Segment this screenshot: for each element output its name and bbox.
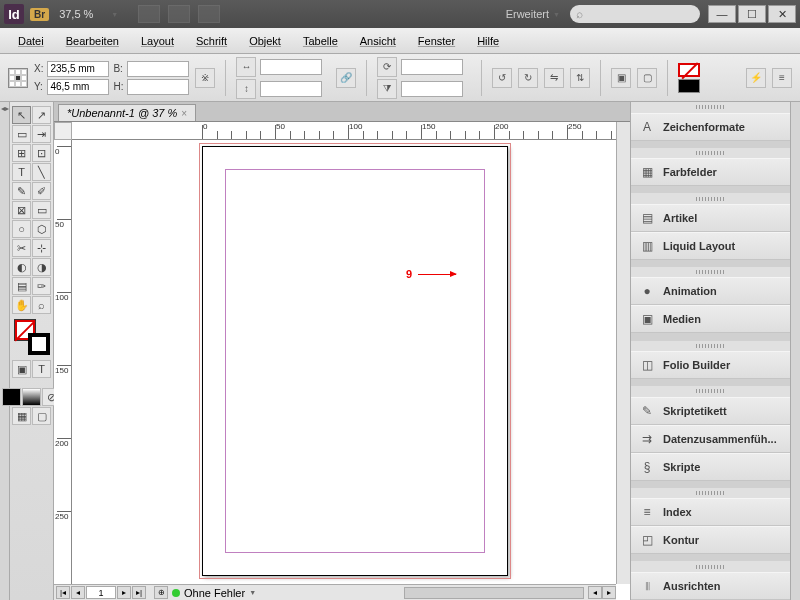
formatting-container-icon[interactable]: ▣ [12,360,31,378]
screen-mode-icon[interactable] [168,5,190,23]
tab-close-icon[interactable]: × [181,108,187,119]
minimize-button[interactable]: — [708,5,736,23]
preflight-status-icon[interactable] [172,589,180,597]
panel-liquid-layout[interactable]: ▥Liquid Layout [631,232,790,260]
scale-y-icon[interactable]: ↕ [236,79,256,99]
ruler-origin[interactable] [54,122,72,140]
zoom-tool[interactable]: ⌕ [32,296,51,314]
select-container-icon[interactable]: ▣ [611,68,631,88]
panel-farbfelder[interactable]: ▦Farbfelder [631,158,790,186]
ellipse-tool[interactable]: ○ [12,220,31,238]
last-page-button[interactable]: ▸| [132,586,146,599]
page-tool[interactable]: ▭ [12,125,31,143]
view-mode-preview-icon[interactable]: ▢ [32,407,51,425]
gradient-swatch-tool[interactable]: ◐ [12,258,31,276]
next-page-button[interactable]: ▸ [117,586,131,599]
apply-gradient-icon[interactable] [22,388,41,406]
menu-fenster[interactable]: Fenster [408,32,465,50]
w-input[interactable] [127,61,189,77]
note-tool[interactable]: ▤ [12,277,31,295]
bridge-badge[interactable]: Br [30,8,49,21]
y-input[interactable] [47,79,109,95]
rectangle-tool[interactable]: ▭ [32,201,51,219]
stroke-swatch[interactable] [678,79,700,93]
gradient-feather-tool[interactable]: ◑ [32,258,51,276]
menu-layout[interactable]: Layout [131,32,184,50]
open-panel-button[interactable]: ⊕ [154,586,168,599]
panel-menu-icon[interactable]: ≡ [772,68,792,88]
panel-skripte[interactable]: §Skripte [631,453,790,481]
rotate-ccw-icon[interactable]: ↺ [492,68,512,88]
zoom-selector[interactable]: ▼ [59,8,118,20]
x-input[interactable] [47,61,109,77]
view-options-icon[interactable] [138,5,160,23]
gap-tool[interactable]: ⇥ [32,125,51,143]
menu-objekt[interactable]: Objekt [239,32,291,50]
fill-swatch[interactable] [678,63,700,77]
close-button[interactable]: ✕ [768,5,796,23]
flip-h-icon[interactable]: ⇋ [544,68,564,88]
rotate-icon[interactable]: ⟳ [377,57,397,77]
eyedropper-tool[interactable]: ✑ [32,277,51,295]
horizontal-ruler[interactable]: 050100150200250 [72,122,616,140]
link-icon[interactable]: 🔗 [336,68,356,88]
constrain-icon[interactable]: ※ [195,68,215,88]
panel-datenzusammenf-h-[interactable]: ⇉Datenzusammenfüh... [631,425,790,453]
menu-tabelle[interactable]: Tabelle [293,32,348,50]
content-placer-tool[interactable]: ⊡ [32,144,51,162]
direct-selection-tool[interactable]: ↗ [32,106,51,124]
rotate-cw-icon[interactable]: ↻ [518,68,538,88]
menu-ansicht[interactable]: Ansicht [350,32,406,50]
pen-tool[interactable]: ✎ [12,182,31,200]
polygon-tool[interactable]: ⬡ [32,220,51,238]
scroll-left-button[interactable]: ◂ [588,586,602,599]
panel-ausrichten[interactable]: ⫴Ausrichten [631,572,790,600]
document-tab[interactable]: *Unbenannt-1 @ 37 % × [58,104,196,121]
type-tool[interactable]: T [12,163,31,181]
menu-hilfe[interactable]: Hilfe [467,32,509,50]
workspace-selector[interactable]: Erweitert▼ [506,8,560,20]
select-content-icon[interactable]: ▢ [637,68,657,88]
panel-artikel[interactable]: ▤Artikel [631,204,790,232]
maximize-button[interactable]: ☐ [738,5,766,23]
selection-tool[interactable]: ↖ [12,106,31,124]
fill-stroke-swatch[interactable] [14,319,50,355]
prev-page-button[interactable]: ◂ [71,586,85,599]
horizontal-scrollbar[interactable] [404,587,584,599]
panel-skriptetikett[interactable]: ✎Skriptetikett [631,397,790,425]
right-dock-edge[interactable] [790,102,800,600]
scale-x-icon[interactable]: ↔ [236,57,256,77]
canvas[interactable]: 9 [72,140,616,584]
panel-kontur[interactable]: ◰Kontur [631,526,790,554]
menu-schrift[interactable]: Schrift [186,32,237,50]
hand-tool[interactable]: ✋ [12,296,31,314]
panel-folio-builder[interactable]: ◫Folio Builder [631,351,790,379]
scissors-tool[interactable]: ✂ [12,239,31,257]
flip-v-icon[interactable]: ⇅ [570,68,590,88]
vertical-ruler[interactable]: 050100150200250 [54,140,72,584]
vertical-scrollbar[interactable] [616,122,630,584]
panel-zeichenformate[interactable]: AZeichenformate [631,113,790,141]
rectangle-frame-tool[interactable]: ⊠ [12,201,31,219]
shear-icon[interactable]: ⧩ [377,79,397,99]
panel-grip-icon[interactable] [696,105,726,109]
view-mode-normal-icon[interactable]: ▦ [12,407,31,425]
quick-apply-icon[interactable]: ⚡ [746,68,766,88]
menu-bearbeiten[interactable]: Bearbeiten [56,32,129,50]
page-number-input[interactable] [86,586,116,599]
first-page-button[interactable]: |◂ [56,586,70,599]
panel-medien[interactable]: ▣Medien [631,305,790,333]
pencil-tool[interactable]: ✐ [32,182,51,200]
panel-animation[interactable]: ●Animation [631,277,790,305]
reference-point-grid[interactable] [8,68,28,88]
arrange-docs-icon[interactable] [198,5,220,23]
free-transform-tool[interactable]: ⊹ [32,239,51,257]
shear-input[interactable] [401,81,463,97]
scale-x-input[interactable] [260,59,322,75]
search-input[interactable] [570,5,700,23]
rotate-input[interactable] [401,59,463,75]
left-dock-edge[interactable]: ◂▸ [0,102,10,600]
formatting-text-icon[interactable]: T [32,360,51,378]
content-collector-tool[interactable]: ⊞ [12,144,31,162]
scale-y-input[interactable] [260,81,322,97]
